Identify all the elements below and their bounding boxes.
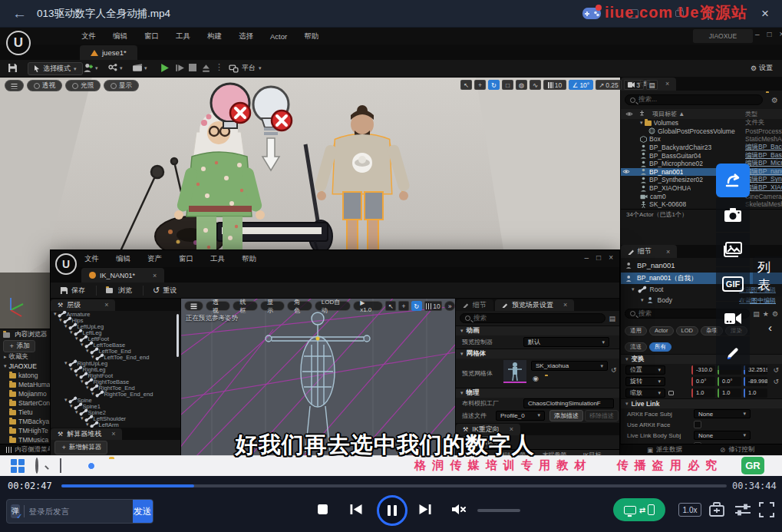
expand-caret[interactable]: ▾ bbox=[640, 120, 643, 126]
cinematics-dropdown[interactable] bbox=[132, 63, 143, 72]
level-tab[interactable]: juese1* bbox=[80, 45, 137, 60]
scale-tool-icon[interactable]: □ bbox=[502, 80, 513, 90]
add-actor-dropdown[interactable] bbox=[83, 63, 94, 73]
world-space-icon[interactable]: ◍ bbox=[516, 80, 527, 90]
visibility-eye-icon[interactable] bbox=[621, 169, 632, 174]
filter-chip-通用[interactable]: 通用 bbox=[625, 326, 647, 335]
close-icon[interactable]: × bbox=[780, 30, 782, 38]
volume-slider[interactable] bbox=[477, 509, 520, 512]
mesh-dropdown[interactable]: SK_xiaohua▾ bbox=[531, 361, 608, 371]
filter-chip-LOD[interactable]: LOD bbox=[676, 326, 698, 335]
taskbar-search-icon[interactable] bbox=[35, 459, 49, 473]
ikrig-menu-窗口[interactable]: 窗口 bbox=[179, 254, 193, 264]
fullscreen-button[interactable] bbox=[758, 501, 775, 518]
playback-speed-chip[interactable]: ▶ x1.0 bbox=[353, 301, 383, 311]
value-field[interactable]: 1.0 bbox=[691, 388, 715, 398]
surface-snap-icon[interactable]: ∿ bbox=[530, 80, 541, 90]
image-icon[interactable] bbox=[716, 233, 750, 266]
hierarchy-tab[interactable]: ⚒层级× bbox=[51, 299, 115, 311]
viewport-menu-button[interactable] bbox=[5, 80, 24, 91]
mesh-section-header[interactable]: ▾网格体 bbox=[456, 349, 619, 359]
camera-speed-button[interactable]: 3 bbox=[624, 80, 644, 90]
select-tool-icon[interactable]: ↖ bbox=[460, 80, 472, 90]
mesh-thumbnail[interactable] bbox=[503, 360, 526, 383]
revert-icon[interactable]: ↺ bbox=[611, 366, 617, 374]
perspective-dropdown[interactable]: 透视 bbox=[206, 301, 230, 311]
playlist-toggle[interactable]: 列表 bbox=[753, 256, 782, 296]
platform-dropdown[interactable]: 平台▾ bbox=[229, 63, 262, 73]
video-icon[interactable] bbox=[716, 302, 750, 335]
details-selected-component[interactable]: BP_nan001（自我） bbox=[637, 274, 697, 283]
bone-LeftToe_End_end[interactable]: ▾LeftToe_End_end bbox=[51, 354, 180, 360]
derived-data-status[interactable]: ▣派生数据 bbox=[647, 445, 682, 454]
menu-工具[interactable]: 工具 bbox=[176, 31, 190, 41]
favorite-icon[interactable]: ★ bbox=[763, 310, 769, 318]
value-field[interactable]: 1.0 bbox=[744, 388, 767, 398]
chevron-left-icon[interactable]: ‹ bbox=[768, 321, 772, 334]
expand-toolbar-icon[interactable]: » bbox=[444, 301, 455, 311]
scrollbar[interactable] bbox=[177, 314, 179, 357]
chrome-icon[interactable] bbox=[84, 459, 98, 473]
cast-button[interactable]: ⇄ bbox=[613, 498, 665, 521]
outliner-row-Volumes[interactable]: ▾Volumes文件夹 bbox=[621, 119, 782, 127]
ikrig-menu-文件[interactable]: 文件 bbox=[84, 254, 99, 264]
grid-snap-toggle[interactable]: 10 bbox=[543, 80, 566, 90]
outliner-row-SK_K-00608[interactable]: SK_K-00608SkeletalMesh bbox=[621, 200, 782, 209]
browse-asset-icon[interactable] bbox=[545, 376, 547, 390]
folder-Mojianmo[interactable]: Mojianmo bbox=[0, 389, 50, 398]
scale-snap-toggle[interactable]: ↗0.25 bbox=[596, 80, 622, 90]
menu-窗口[interactable]: 窗口 bbox=[144, 31, 159, 41]
move-tool-icon[interactable]: + bbox=[474, 80, 486, 90]
save-icon[interactable] bbox=[8, 63, 18, 73]
settings-dropdown[interactable]: ⚙设置 bbox=[751, 63, 773, 73]
move-tool-icon[interactable]: + bbox=[398, 301, 409, 311]
ikrig-reset-button[interactable]: ↺重设 bbox=[143, 286, 177, 296]
component-body[interactable]: ▾Body bbox=[641, 296, 672, 304]
filter-chip-所有[interactable]: 所有 bbox=[649, 342, 671, 352]
menu-选择[interactable]: 选择 bbox=[239, 31, 253, 41]
ikrig-menu-帮助[interactable]: 帮助 bbox=[242, 254, 256, 264]
value-field[interactable]: -310.0 bbox=[691, 365, 715, 375]
menu-构建[interactable]: 构建 bbox=[207, 31, 222, 41]
rotate-tool-icon[interactable]: ↻ bbox=[488, 80, 500, 90]
taskbar-app-icon[interactable] bbox=[60, 459, 74, 473]
close-icon[interactable]: × bbox=[563, 301, 567, 309]
profile-dropdown[interactable]: Profile_0▾ bbox=[496, 411, 545, 421]
add-content-button[interactable]: ＋ 添加 bbox=[3, 340, 35, 352]
folder-Tietu[interactable]: Tietu bbox=[0, 408, 50, 417]
type-column-header[interactable]: 类型 bbox=[745, 110, 782, 118]
ue-window-controls[interactable]: –□× bbox=[755, 30, 782, 38]
frame-skip-button[interactable] bbox=[175, 63, 185, 73]
menu-编辑[interactable]: 编辑 bbox=[113, 31, 127, 41]
close-icon[interactable]: × bbox=[111, 430, 115, 438]
axis-label-dropdown[interactable]: 缩放▾ bbox=[625, 388, 665, 398]
folder-katong[interactable]: katong bbox=[0, 371, 50, 380]
remove-profile-button[interactable]: 移除描述 bbox=[585, 410, 619, 421]
more-options[interactable]: ⋮ bbox=[215, 62, 223, 72]
outliner-settings-icon[interactable]: ⚙ bbox=[771, 96, 778, 104]
lock-icon[interactable] bbox=[668, 391, 674, 395]
revision-control-status[interactable]: ⊘修订控制 bbox=[720, 445, 754, 454]
progress-bar[interactable] bbox=[61, 484, 727, 487]
lod-dropdown[interactable]: LOD自动 bbox=[315, 301, 351, 311]
preview-search-input[interactable]: 搜索 bbox=[460, 313, 605, 323]
playback-speed-button[interactable]: 1.0x bbox=[678, 503, 701, 517]
folder-StarterCon[interactable]: StarterCon bbox=[0, 398, 50, 408]
value-field[interactable]: 0.0° bbox=[691, 377, 715, 386]
stop-button[interactable] bbox=[189, 64, 196, 71]
axis-label-dropdown[interactable]: 旋转▾ bbox=[625, 377, 665, 386]
solver-stack-tab[interactable]: ⚒解算器堆栈× bbox=[51, 428, 122, 440]
close-icon[interactable]: × bbox=[761, 6, 769, 21]
file-explorer-icon[interactable] bbox=[109, 459, 123, 473]
camera-icon[interactable] bbox=[716, 198, 750, 232]
transform-section-header[interactable]: ▾变换 bbox=[621, 354, 782, 364]
visibility-column-icon[interactable] bbox=[625, 111, 633, 117]
video-content[interactable]: 文件编辑窗口工具构建选择Actor帮助 JIAOXUE –□× juese1* … bbox=[0, 28, 782, 476]
outliner-row-BP_XIAOHUA[interactable]: BP_XIAOHUA编辑BP_XIAO bbox=[621, 184, 782, 193]
rotate-tool-icon[interactable]: ↻ bbox=[411, 301, 422, 311]
show-dropdown[interactable]: 显示 bbox=[260, 301, 285, 311]
character-dropdown[interactable]: 角色 bbox=[287, 301, 312, 311]
ue-menubar[interactable]: 文件编辑窗口工具构建选择Actor帮助 bbox=[81, 31, 335, 41]
close-icon[interactable]: × bbox=[104, 301, 108, 309]
bone-RightToe_End_end[interactable]: ▾RightToe_End_end bbox=[51, 391, 180, 397]
